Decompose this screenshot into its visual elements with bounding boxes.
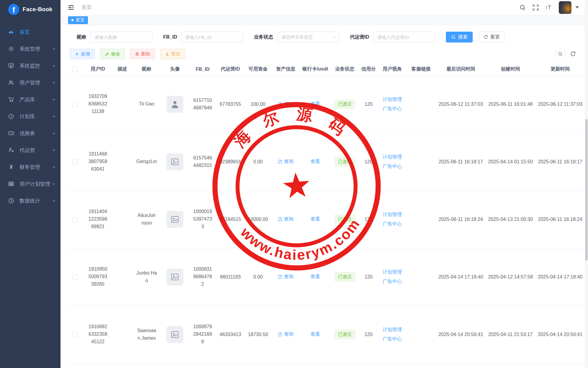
sidebar-item-system-monitor[interactable]: 系统监控 — [0, 57, 61, 74]
row-checkbox[interactable] — [73, 275, 78, 280]
select-all-checkbox[interactable] — [73, 67, 78, 72]
cell-created: 2025-04-14 01:15:50 — [486, 133, 535, 190]
user-avatar[interactable] — [559, 1, 571, 14]
sidebar-item-agent-operation[interactable]: 代运营 — [0, 142, 61, 159]
sidebar-item-plan-library[interactable]: 计划库 — [0, 108, 61, 125]
chevron-down-icon — [52, 47, 56, 51]
header-actions: TT — [519, 1, 588, 14]
ad-center-link[interactable]: 广告中心 — [380, 219, 405, 228]
document-icon — [278, 275, 282, 279]
plan-management-link[interactable]: 计划管理 — [380, 210, 405, 219]
edit-button[interactable]: 修改 — [100, 49, 125, 59]
sidebar-item-product-library[interactable]: 产品库 — [0, 91, 61, 108]
row-checkbox[interactable] — [73, 159, 78, 165]
download-icon — [165, 52, 170, 56]
sidebar-item-coupons[interactable]: 优惠券 — [0, 125, 61, 142]
asset-query-label: 查询 — [284, 216, 294, 222]
nickname-input[interactable] — [90, 32, 152, 42]
plan-management-link[interactable]: 计划管理 — [380, 95, 405, 104]
sidebar-menu: 首页 系统管理 系统监控 用户管理 产 — [0, 19, 61, 209]
user-table: 用户ID 描述 昵称 头像 FB_ID 代运营ID 可用资金 资产信息 银行卡/… — [67, 63, 585, 363]
bank-view-link[interactable]: 查看 — [310, 101, 320, 107]
sidebar-item-home[interactable]: 首页 — [0, 24, 61, 40]
font-size-icon[interactable]: TT — [545, 4, 552, 11]
sidebar-item-label: 优惠券 — [20, 130, 35, 137]
cell-description — [112, 133, 132, 190]
cell-last-visit: 2025-04-14 20:50:41 — [436, 306, 486, 363]
status-select[interactable]: 请选择业务状态 — [277, 32, 339, 42]
tab-home[interactable]: 首页 — [68, 16, 88, 24]
status-label: 业务状态 — [254, 34, 273, 40]
collapse-menu-icon[interactable] — [68, 4, 74, 11]
table-search-icon[interactable] — [555, 49, 565, 59]
cell-agent-id: 86011193 — [216, 248, 244, 306]
ad-center-link[interactable]: 广告中心 — [380, 162, 405, 171]
asset-query-link[interactable]: 查询 — [278, 216, 294, 222]
fbid-input[interactable] — [181, 32, 243, 42]
search-icon — [451, 35, 456, 39]
plan-management-link[interactable]: 计划管理 — [380, 325, 405, 334]
sidebar-item-user-plan-management[interactable]: 用户计划管理 — [0, 175, 61, 192]
chevron-down-icon — [52, 115, 56, 118]
cell-asset-info: 查询 — [272, 306, 300, 363]
search-button[interactable]: 搜索 — [446, 32, 473, 42]
row-checkbox[interactable] — [73, 102, 78, 107]
table-refresh-icon[interactable] — [570, 51, 576, 57]
reset-button[interactable]: 重置 — [479, 32, 505, 42]
cell-user-id: 1911468 3807958 63041 — [83, 133, 112, 190]
sidebar-item-data-statistics[interactable]: 数据统计 — [0, 192, 61, 209]
row-checkbox[interactable] — [73, 217, 78, 222]
delete-button[interactable]: 删除 — [130, 49, 155, 59]
chevron-down-icon — [52, 131, 56, 135]
ad-center-link[interactable]: 广告中心 — [380, 335, 405, 344]
table-header: 用户ID 描述 昵称 头像 FB_ID 代运营ID 可用资金 资产信息 银行卡/… — [67, 63, 585, 75]
chevron-down-icon — [52, 81, 56, 85]
status-badge: 已激活 — [334, 99, 355, 109]
yen-icon: ¥ — [8, 164, 14, 170]
sidebar-item-finance-management[interactable]: ¥ 财务管理 — [0, 159, 61, 175]
bank-view-link[interactable]: 查看 — [310, 331, 320, 338]
column-header: FB_ID — [189, 63, 216, 75]
sidebar-item-user-management[interactable]: 用户管理 — [0, 74, 61, 91]
ad-center-link[interactable]: 广告中心 — [380, 104, 405, 113]
sidebar-item-system-management[interactable]: 系统管理 — [0, 40, 61, 57]
column-header: 昵称 — [132, 63, 161, 75]
status-select-placeholder: 请选择业务状态 — [281, 34, 313, 40]
plan-management-link[interactable]: 计划管理 — [380, 268, 405, 277]
pie-chart-icon — [8, 197, 14, 204]
edit-button-label: 修改 — [111, 51, 120, 57]
cell-service-link — [406, 133, 436, 190]
avatar-dropdown-caret-icon[interactable] — [575, 6, 579, 8]
chevron-down-icon — [52, 148, 56, 152]
ad-center-link[interactable]: 广告中心 — [380, 277, 405, 286]
avatar — [166, 269, 183, 285]
bank-view-link[interactable]: 查看 — [310, 274, 320, 280]
cell-agent-id: 67783755 — [216, 75, 244, 133]
cell-user-view: 计划管理 广告中心 — [378, 306, 406, 363]
cell-description — [112, 306, 132, 363]
image-placeholder-icon — [170, 215, 179, 224]
cell-funds: 18730.50 — [244, 306, 272, 363]
bank-view-link[interactable]: 查看 — [310, 216, 320, 222]
cell-funds: 100.00 — [244, 75, 272, 133]
scrollbar-thumb[interactable] — [585, 119, 588, 261]
agent-input[interactable] — [373, 32, 435, 42]
cell-last-visit: 2025-04-14 17:18:40 — [436, 248, 486, 306]
export-button[interactable]: 导出 — [160, 49, 185, 59]
row-checkbox[interactable] — [73, 332, 78, 337]
fullscreen-icon[interactable] — [532, 4, 539, 11]
cell-service-link — [406, 306, 436, 363]
cell-fb-id: 1000831 9686478 2 — [189, 248, 216, 306]
bank-view-link[interactable]: 查看 — [310, 159, 320, 165]
clock-icon — [8, 113, 14, 120]
asset-query-link[interactable]: 查询 — [278, 331, 294, 338]
search-icon[interactable] — [519, 4, 526, 11]
asset-query-link[interactable]: 查询 — [278, 159, 294, 165]
plan-management-link[interactable]: 计划管理 — [380, 153, 405, 162]
add-button[interactable]: 新增 — [70, 49, 95, 59]
cell-avatar — [161, 306, 189, 363]
asset-query-link[interactable]: 查询 — [278, 274, 294, 280]
table-row: 1911404 1223598 89921 AliceJoh nson 1000… — [67, 190, 585, 248]
asset-query-link[interactable]: 查询 — [278, 101, 294, 107]
chevron-down-icon — [52, 182, 56, 186]
